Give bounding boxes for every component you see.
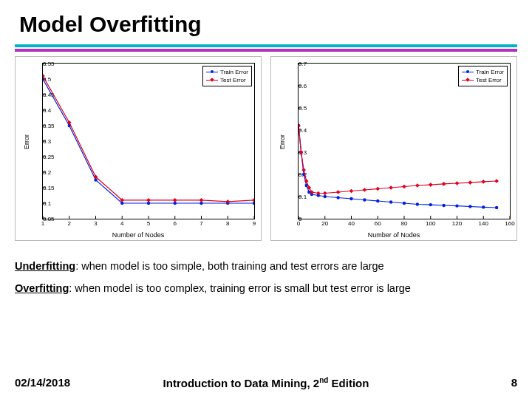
underfit-text: : when model is too simple, both trainin… (75, 260, 384, 272)
footer-title-b: Edition (328, 377, 369, 389)
page-title: Model Overfitting (19, 12, 517, 37)
underfit-term: Underfitting (15, 260, 75, 272)
data-marker (455, 181, 460, 185)
data-marker (336, 196, 339, 199)
data-marker (316, 191, 321, 196)
xlabel: Number of Nodes (112, 231, 165, 239)
ylabel: Error (279, 134, 286, 149)
data-marker (324, 195, 327, 198)
data-marker (146, 198, 151, 202)
footer: 02/14/2018 Introduction to Data Mining, … (15, 376, 517, 389)
data-marker (301, 168, 306, 172)
xtick-label: 7 (200, 220, 202, 227)
footer-center: Introduction to Data Mining, 2nd Edition (163, 376, 369, 389)
xtick-label: 40 (348, 220, 355, 227)
train-line (43, 79, 254, 203)
data-marker (481, 180, 485, 184)
legend-train: Train Error (206, 68, 248, 76)
data-marker (495, 206, 498, 209)
xtick-label: 6 (174, 220, 177, 227)
data-marker (349, 189, 354, 194)
data-marker (482, 205, 485, 208)
data-marker (67, 120, 72, 125)
data-marker (403, 202, 406, 205)
legend-test-label: Test Error (476, 76, 502, 84)
xtick-label: 60 (375, 220, 381, 227)
xtick-label: 2 (68, 220, 71, 227)
data-marker (389, 185, 393, 190)
legend-train-label: Train Error (476, 68, 504, 76)
divider (15, 44, 517, 52)
test-line (43, 76, 254, 202)
data-marker (429, 203, 432, 206)
slide: Model Overfitting 1234567890.050.10.150.… (0, 0, 532, 399)
chart-left: 1234567890.050.10.150.20.250.30.350.40.4… (15, 56, 262, 241)
data-marker (299, 123, 301, 128)
data-marker (402, 185, 406, 189)
data-marker (442, 204, 445, 207)
overfit-caption: Overfitting: when model is too complex, … (15, 281, 517, 297)
xtick-label: 120 (452, 220, 462, 227)
data-marker (252, 198, 254, 202)
legend-train: Train Error (462, 68, 504, 76)
chart-svg (43, 64, 254, 219)
data-marker (389, 200, 392, 203)
xtick-label: 80 (401, 220, 408, 227)
chart-left-legend: Train Error Test Error (202, 66, 252, 86)
data-marker (323, 191, 327, 196)
xtick-label: 20 (321, 220, 328, 227)
footer-date: 02/14/2018 (15, 376, 70, 389)
legend-line-icon (462, 80, 474, 81)
data-marker (429, 183, 433, 187)
footer-page: 8 (511, 376, 517, 389)
data-marker (442, 182, 446, 186)
captions: Underfitting: when model is too simple, … (15, 259, 517, 297)
data-marker (455, 204, 458, 207)
data-marker (173, 198, 177, 202)
legend-test-label: Test Error (220, 76, 246, 84)
xtick-label: 4 (120, 220, 123, 227)
xlabel: Number of Nodes (368, 231, 420, 239)
xtick-label: 8 (226, 220, 229, 227)
chart-right: 02040608010012014016000.10.20.30.40.50.6… (270, 56, 517, 241)
legend-line-icon (462, 72, 474, 72)
footer-title-a: Introduction to Data Mining, 2 (163, 377, 320, 389)
data-marker (253, 202, 254, 205)
data-marker (200, 198, 204, 202)
data-marker (336, 190, 341, 194)
data-marker (375, 187, 380, 191)
accent-bar-purple (15, 49, 517, 52)
data-marker (468, 180, 473, 185)
legend-train-label: Train Error (220, 68, 248, 76)
data-marker (416, 202, 419, 205)
data-marker (415, 183, 420, 188)
data-marker (299, 150, 304, 154)
legend-line-icon (206, 80, 218, 81)
data-marker (363, 188, 367, 192)
ylabel: Error (23, 134, 30, 149)
xtick-label: 9 (253, 220, 256, 227)
data-marker (468, 205, 471, 208)
overfit-text: : when model is too complex, training er… (69, 282, 411, 294)
xtick-label: 160 (505, 220, 514, 227)
chart-right-legend: Train Error Test Error (458, 66, 508, 86)
legend-test: Test Error (206, 76, 248, 84)
xtick-label: 3 (94, 220, 97, 227)
xtick-label: 5 (147, 220, 150, 227)
xtick-label: 100 (426, 220, 435, 227)
chart-svg (299, 64, 510, 219)
test-line (299, 126, 497, 194)
xtick-label: 140 (479, 220, 488, 227)
data-marker (494, 179, 499, 183)
overfit-term: Overfitting (15, 282, 69, 294)
data-marker (363, 198, 366, 201)
footer-sup: nd (319, 376, 328, 384)
underfit-caption: Underfitting: when model is too simple, … (15, 259, 517, 275)
data-marker (376, 200, 379, 202)
charts-row: 1234567890.050.10.150.20.250.30.350.40.4… (15, 56, 517, 241)
data-marker (349, 197, 352, 200)
legend-test: Test Error (462, 76, 504, 84)
train-line (299, 126, 497, 208)
legend-line-icon (206, 72, 218, 72)
